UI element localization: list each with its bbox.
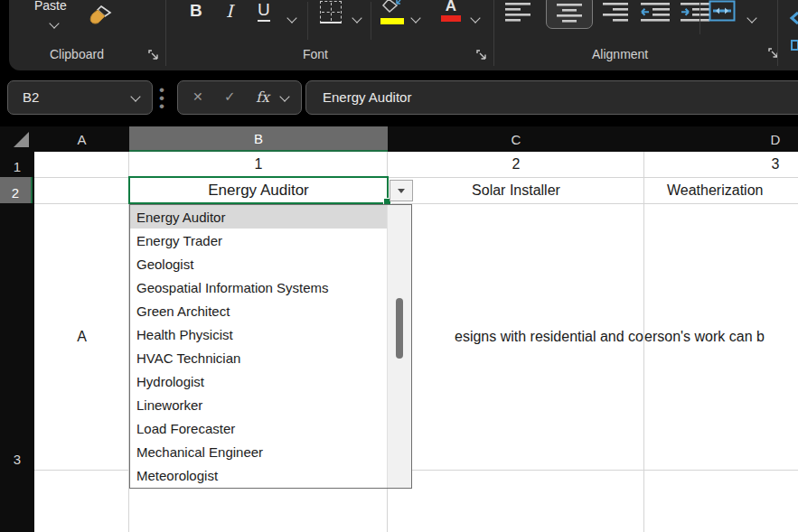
cell-c3-clipped-text[interactable]: esigns with residential and co [389, 323, 643, 350]
format-painter-button[interactable] [87, 4, 114, 36]
validation-dropdown-list: Energy Auditor Energy Trader Geologist G… [129, 204, 412, 489]
align-right-button[interactable] [602, 1, 629, 28]
data-validation-dropdown-button[interactable] [390, 180, 413, 201]
dropdown-items: Energy Auditor Energy Trader Geologist G… [130, 205, 388, 488]
increase-indent-icon [680, 1, 710, 24]
dropdown-item[interactable]: Green Architect [130, 299, 388, 322]
clipped-ribbon-icon [790, 38, 798, 54]
font-dialog-launcher[interactable] [475, 49, 488, 61]
row-header-label: 3 [14, 452, 21, 467]
dropdown-item[interactable]: Geospatial Information Systems [130, 275, 388, 299]
row-header-2[interactable]: 2 [0, 177, 33, 203]
cell-value: erson's work can b [644, 329, 765, 345]
chevron-down-icon [746, 13, 756, 23]
row-header-4[interactable] [0, 470, 34, 532]
borders-dropdown-button[interactable] [353, 9, 361, 25]
cell-value: 3 [772, 156, 780, 173]
font-color-button[interactable]: A [441, 0, 461, 22]
dropdown-item[interactable]: Hydrologist [130, 370, 388, 394]
align-center-button[interactable] [546, 0, 593, 29]
column-header-c[interactable]: C [388, 126, 644, 152]
cell-a3[interactable]: A [34, 203, 129, 470]
select-all-button[interactable] [0, 126, 34, 152]
row-header-3[interactable]: 3 [0, 203, 34, 470]
format-painter-icon [87, 4, 114, 33]
merge-center-button[interactable] [709, 0, 736, 25]
dropdown-item[interactable]: HVAC Technician [130, 346, 388, 369]
decrease-indent-icon [640, 1, 671, 24]
decrease-indent-button[interactable] [640, 1, 671, 28]
font-color-dropdown-button[interactable] [472, 9, 479, 25]
clipboard-dialog-launcher[interactable] [147, 49, 160, 61]
dropdown-scrollbar-thumb[interactable] [396, 298, 403, 359]
cell-c2[interactable]: Solar Installer [388, 177, 644, 203]
fill-color-button[interactable] [380, 0, 404, 24]
align-center-icon [556, 2, 583, 25]
column-header-label: B [254, 131, 263, 146]
increase-indent-button[interactable] [680, 1, 710, 28]
insert-function-button[interactable]: fx [256, 89, 269, 106]
dropdown-item-selected[interactable]: Energy Auditor [130, 205, 388, 229]
borders-button[interactable] [320, 1, 342, 23]
cell-d3-clipped-text[interactable]: erson's work can b [644, 323, 798, 350]
dialog-launcher-icon [147, 49, 160, 61]
dropdown-scrollbar[interactable] [387, 205, 411, 488]
column-header-label: A [77, 132, 86, 147]
formula-bar-grip[interactable]: ••• [159, 86, 164, 110]
chevron-down-icon [410, 13, 420, 23]
merge-center-icon [709, 0, 736, 22]
divider [371, 2, 371, 40]
underline-button[interactable]: U [258, 0, 270, 22]
cell-b1[interactable]: 1 [129, 152, 388, 177]
fill-color-dropdown-button[interactable] [412, 9, 419, 25]
chevron-down-icon [130, 91, 140, 101]
paste-label: Paste [34, 0, 67, 13]
clipped-ribbon-icon [788, 11, 798, 29]
row-header-label: 2 [12, 185, 19, 201]
select-all-triangle-icon [14, 132, 29, 147]
align-left-button[interactable] [504, 1, 531, 28]
name-box[interactable]: B2 [7, 80, 153, 115]
group-divider [165, 0, 166, 66]
borders-icon [320, 1, 342, 23]
cell-value: 1 [255, 156, 263, 173]
chevron-down-icon [352, 13, 361, 23]
chevron-down-icon [286, 13, 296, 23]
cell-d1[interactable]: 3 [644, 152, 798, 177]
paste-dropdown-button[interactable] [51, 14, 58, 31]
dropdown-item[interactable]: Mechanical Engineer [130, 441, 388, 464]
row-header-1[interactable]: 1 [0, 152, 34, 177]
dropdown-item[interactable]: Health Physicist [130, 322, 388, 346]
cell-d2[interactable]: Weatherization [644, 177, 798, 203]
italic-button[interactable]: I [226, 0, 233, 23]
row-header-label: 1 [14, 159, 21, 174]
italic-label: I [226, 1, 233, 21]
excel-window: { "ribbon": { "clipboard": { "paste": "P… [0, 0, 798, 532]
dropdown-item[interactable]: Load Forecaster [130, 417, 388, 441]
align-right-icon [602, 1, 629, 24]
ribbon: Paste Clipboard B I U A Font [9, 0, 798, 70]
divider [307, 2, 308, 40]
column-header-a[interactable]: A [34, 126, 129, 152]
enter-button[interactable]: ✓ [224, 89, 236, 105]
dropdown-item[interactable]: Lineworker [130, 394, 388, 417]
underline-dropdown-button[interactable] [288, 9, 296, 25]
dropdown-item[interactable]: Meteorologist [130, 464, 388, 488]
column-header-d[interactable]: D [644, 126, 798, 152]
bold-button[interactable]: B [190, 0, 202, 23]
triangle-down-icon [398, 189, 405, 193]
merge-center-dropdown-button[interactable] [748, 9, 756, 25]
cell-c1[interactable]: 2 [388, 152, 644, 177]
paste-button[interactable]: Paste [34, 0, 67, 13]
group-divider [777, 0, 778, 66]
dropdown-item[interactable]: Energy Trader [130, 229, 388, 252]
formula-bar-input[interactable]: Energy Auditor [305, 80, 798, 115]
formula-bar-value: Energy Auditor [323, 89, 411, 105]
font-color-icon: A [441, 0, 461, 14]
group-divider [493, 0, 494, 66]
dropdown-item[interactable]: Geologist [130, 252, 388, 275]
column-header-b[interactable]: B [129, 126, 388, 152]
cell-value: esigns with residential and co [455, 329, 643, 345]
font-color-swatch [441, 15, 461, 22]
cancel-button[interactable]: ✕ [192, 89, 203, 104]
